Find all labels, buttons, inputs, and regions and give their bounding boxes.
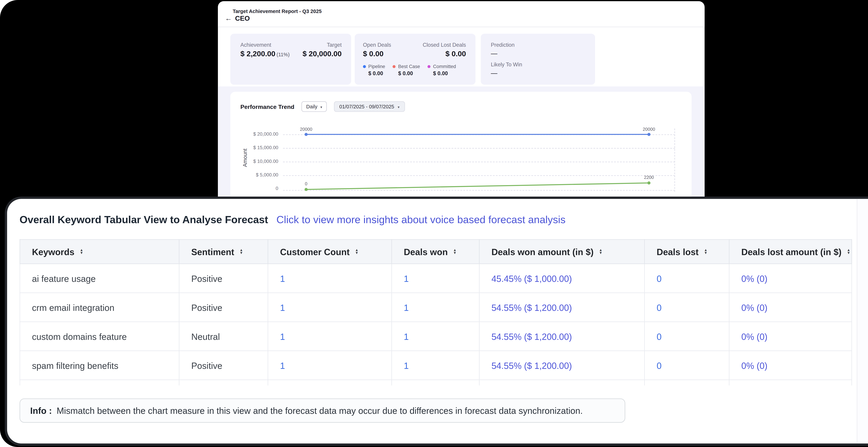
- performance-section: Performance Trend Daily▾ 01/07/2025 - 09…: [218, 87, 705, 197]
- col-header-deals-won-amount[interactable]: Deals won amount (in $)▲▼: [479, 239, 645, 264]
- cell-customer-count[interactable]: 1: [268, 264, 392, 293]
- cell-deals-won-amount[interactable]: 54.55% ($ 1,200.00): [479, 293, 645, 322]
- y-tick-label: $ 5,000.00: [242, 172, 278, 178]
- target-point: [647, 133, 650, 136]
- col-header-keywords[interactable]: Keywords▲▼: [20, 239, 179, 264]
- legend-item-best-case: Best Case $ 0.00: [393, 64, 420, 77]
- report-window: Target Achievement Report - Q3 2025 ← CE…: [218, 1, 705, 197]
- cell-deals-lost[interactable]: 0: [645, 293, 729, 322]
- sort-icon: ▲▼: [453, 249, 457, 255]
- cell-deals-won-amount[interactable]: 54.55% ($ 1,200.00): [479, 322, 645, 351]
- cell-keyword: crm email integration: [20, 293, 179, 322]
- table-row-partial: [20, 380, 852, 385]
- closed-lost-label: Closed Lost Deals: [423, 42, 466, 48]
- col-header-deals-lost-amount[interactable]: Deals lost amount (in $)▲▼: [729, 239, 852, 264]
- open-deals-value: $ 0.00: [363, 50, 384, 58]
- cell-keyword: ai feature usage: [20, 264, 179, 293]
- date-range-select[interactable]: 01/07/2025 - 09/07/2025▾: [334, 101, 405, 112]
- cell-deals-lost-amount[interactable]: 0% (0): [729, 351, 852, 380]
- page-background: Target Achievement Report - Q3 2025 ← CE…: [0, 0, 868, 447]
- pipeline-value: $ 0.00: [368, 70, 385, 77]
- report-header: Target Achievement Report - Q3 2025 ← CE…: [218, 1, 705, 27]
- col-header-sentiment[interactable]: Sentiment▲▼: [179, 239, 268, 264]
- closed-lost-value: $ 0.00: [445, 50, 466, 58]
- cell-sentiment: Neutral: [179, 322, 268, 351]
- forecast-insights-modal: Overall Keyword Tabular View to Analyse …: [5, 197, 868, 446]
- prediction-label: Prediction: [491, 42, 586, 48]
- back-icon[interactable]: ←: [225, 15, 232, 22]
- table-header-row: Keywords▲▼ Sentiment▲▼ Customer Count▲▼ …: [20, 239, 852, 264]
- modal-title: Overall Keyword Tabular View to Analyse …: [20, 214, 268, 226]
- sort-icon: ▲▼: [80, 249, 83, 255]
- cell-deals-lost-amount[interactable]: 0% (0): [729, 264, 852, 293]
- y-tick-label: $ 15,000.00: [242, 145, 278, 150]
- cell-deals-lost[interactable]: 0: [645, 322, 729, 351]
- committed-dot-icon: [428, 65, 431, 68]
- y-tick-label: $ 20,000.00: [242, 131, 278, 137]
- report-subtitle: CEO: [235, 15, 250, 22]
- prediction-value: —: [491, 50, 586, 57]
- deals-card: Open Deals Closed Lost Deals $ 0.00 $ 0.…: [355, 34, 475, 85]
- table-row: crm email integration Positive 1 1 54.55…: [20, 293, 852, 322]
- cell-customer-count[interactable]: 1: [268, 351, 392, 380]
- cell-deals-won[interactable]: 1: [392, 264, 479, 293]
- cell-customer-count[interactable]: 1: [268, 293, 392, 322]
- likely-to-win-value: —: [491, 69, 586, 77]
- target-value: $ 20,000.00: [303, 50, 342, 58]
- report-title: Target Achievement Report - Q3 2025: [232, 8, 321, 14]
- legend-item-committed: Committed $ 0.00: [428, 64, 456, 77]
- cell-deals-lost-amount[interactable]: 0% (0): [729, 322, 852, 351]
- pipeline-label: Pipeline: [368, 64, 385, 69]
- cell-sentiment: Positive: [179, 293, 268, 322]
- performance-chart: Performance Trend Daily▾ 01/07/2025 - 09…: [230, 92, 692, 197]
- cell-deals-won[interactable]: 1: [392, 351, 479, 380]
- prediction-card: Prediction — Likely To Win —: [481, 34, 595, 85]
- col-header-customer-count[interactable]: Customer Count▲▼: [268, 239, 392, 264]
- scroll-gutter: [857, 199, 868, 444]
- point-label: 20000: [643, 127, 655, 132]
- cell-deals-won[interactable]: 1: [392, 322, 479, 351]
- cell-keyword: custom domains feature: [20, 322, 179, 351]
- modal-titlebar: Overall Keyword Tabular View to Analyse …: [20, 214, 868, 226]
- cell-sentiment: Positive: [179, 351, 268, 380]
- info-box: Info : Mismatch between the chart measur…: [20, 398, 625, 423]
- achievement-value: $ 2,200.00(11%): [241, 50, 290, 58]
- y-tick-label: $ 10,000.00: [242, 159, 278, 164]
- achievement-card: Achievement Target $ 2,200.00(11%) $ 20,…: [230, 34, 351, 85]
- chevron-down-icon: ▾: [398, 105, 399, 109]
- screenshot-canvas: Target Achievement Report - Q3 2025 ← CE…: [0, 0, 868, 447]
- pipeline-dot-icon: [363, 65, 366, 68]
- achievement-label: Achievement: [241, 42, 271, 48]
- cell-deals-lost[interactable]: 0: [645, 351, 729, 380]
- cell-deals-lost[interactable]: 0: [645, 264, 729, 293]
- col-header-deals-won[interactable]: Deals won▲▼: [392, 239, 479, 264]
- best-case-label: Best Case: [398, 64, 420, 69]
- cell-deals-won-amount[interactable]: 45.45% ($ 1,000.00): [479, 264, 645, 293]
- insights-link[interactable]: Click to view more insights about voice …: [276, 214, 565, 226]
- likely-to-win-label: Likely To Win: [491, 62, 586, 67]
- cell-deals-won-amount[interactable]: 54.55% ($ 1,200.00): [479, 351, 645, 380]
- chart-plot-area: 20000 20000 0 2200: [283, 128, 675, 192]
- granularity-select[interactable]: Daily▾: [302, 101, 327, 112]
- cell-customer-count[interactable]: 1: [268, 322, 392, 351]
- cell-deals-won[interactable]: 1: [392, 293, 479, 322]
- achievement-percent: (11%): [277, 52, 289, 58]
- sort-icon: ▲▼: [240, 249, 243, 255]
- info-label: Info :: [30, 406, 52, 416]
- col-header-deals-lost[interactable]: Deals lost▲▼: [645, 239, 729, 264]
- point-label: 2200: [644, 175, 654, 180]
- y-tick-label: 0: [242, 186, 278, 191]
- chevron-down-icon: ▾: [320, 105, 322, 109]
- keyword-table: Keywords▲▼ Sentiment▲▼ Customer Count▲▼ …: [20, 239, 853, 385]
- legend-item-pipeline: Pipeline $ 0.00: [363, 64, 385, 77]
- target-point: [305, 133, 308, 136]
- chart-series-svg: [283, 128, 675, 192]
- cell-deals-lost-amount[interactable]: 0% (0): [729, 293, 852, 322]
- sort-icon: ▲▼: [355, 249, 359, 255]
- open-deals-label: Open Deals: [363, 42, 391, 48]
- cell-keyword: spam filtering benefits: [20, 351, 179, 380]
- performance-trend-title: Performance Trend: [241, 103, 294, 110]
- table-row: custom domains feature Neutral 1 1 54.55…: [20, 322, 852, 351]
- cell-sentiment: Positive: [179, 264, 268, 293]
- table-row: ai feature usage Positive 1 1 45.45% ($ …: [20, 264, 852, 293]
